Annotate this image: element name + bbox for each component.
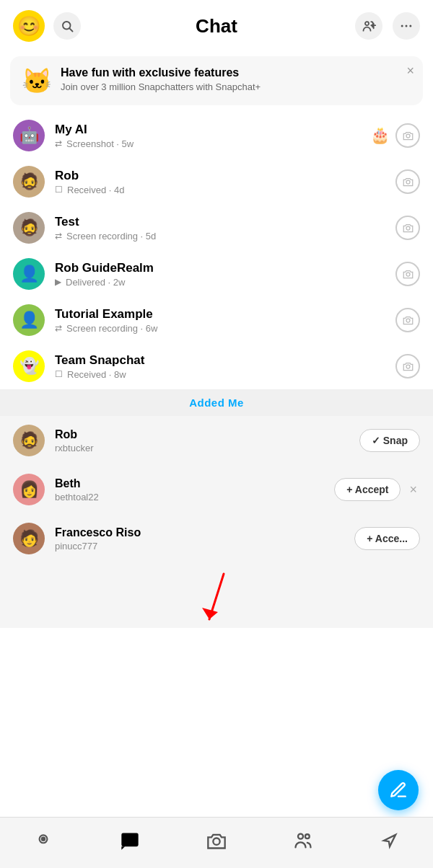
nav-camera[interactable] bbox=[199, 826, 234, 855]
chat-item-tutorial[interactable]: 👤 Tutorial Example ⇄ Screen recording · … bbox=[0, 297, 433, 343]
svg-point-5 bbox=[401, 25, 403, 27]
chat-right-rob bbox=[395, 169, 420, 194]
chat-sub-text: Received · 8w bbox=[67, 369, 126, 380]
chat-sub-text: Screenshot · 5w bbox=[66, 138, 134, 149]
compose-fab[interactable] bbox=[378, 770, 419, 810]
chat-item-rob-guiderealm[interactable]: 👤 Rob GuideRealm ▶ Delivered · 2w bbox=[0, 251, 433, 297]
chat-right-tutorial bbox=[395, 308, 420, 332]
chat-name: Test bbox=[55, 215, 385, 229]
camera-button-my-ai[interactable] bbox=[395, 123, 420, 148]
chat-info-tutorial: Tutorial Example ⇄ Screen recording · 6w bbox=[55, 307, 385, 334]
added-username: pinucc777 bbox=[55, 541, 344, 552]
chat-item-team-snapchat[interactable]: 👻 Team Snapchat ☐ Received · 8w bbox=[0, 343, 433, 389]
avatar-added-rob: 🧔 bbox=[13, 425, 45, 456]
svg-point-13 bbox=[406, 365, 410, 368]
nav-discover[interactable] bbox=[372, 826, 407, 855]
added-username: bethtoal22 bbox=[55, 492, 324, 502]
nav-map[interactable] bbox=[26, 826, 61, 855]
svg-point-2 bbox=[365, 22, 369, 25]
chat-sub-text: Screen recording · 6w bbox=[66, 323, 157, 334]
arrow-container bbox=[0, 563, 433, 628]
camera-button-rob[interactable] bbox=[395, 169, 420, 194]
chat-sub-icon: ▶ bbox=[55, 277, 61, 287]
added-item-rob[interactable]: 🧔 Rob rxbtucker ✓ Snap bbox=[0, 416, 433, 465]
chat-name: Rob GuideRealm bbox=[55, 261, 385, 275]
added-section: 🧔 Rob rxbtucker ✓ Snap 👩 Beth bethtoal22… bbox=[0, 416, 433, 563]
camera-button-rob-guiderealm[interactable] bbox=[395, 262, 420, 286]
more-button[interactable] bbox=[393, 12, 420, 40]
red-arrow bbox=[195, 570, 238, 628]
avatar-rob: 🧔 bbox=[13, 166, 45, 198]
compose-icon bbox=[389, 781, 408, 800]
discover-icon bbox=[380, 831, 400, 851]
avatar-rob-guiderealm: 👤 bbox=[13, 258, 45, 290]
chat-sub: ▶ Delivered · 2w bbox=[55, 277, 385, 288]
chat-name: My AI bbox=[55, 123, 360, 137]
nav-chat[interactable] bbox=[113, 826, 147, 855]
added-actions-rob: ✓ Snap bbox=[359, 429, 420, 452]
svg-point-10 bbox=[406, 226, 410, 230]
added-name: Beth bbox=[55, 477, 324, 490]
chat-item-rob[interactable]: 🧔 Rob ☐ Received · 4d bbox=[0, 159, 433, 205]
added-actions-francesco: + Acce... bbox=[354, 527, 420, 550]
promo-subtitle: Join over 3 million Snapchatters with Sn… bbox=[61, 81, 261, 92]
chat-item-my-ai[interactable]: 🤖 My AI ⇄ Screenshot · 5w 🎂 bbox=[0, 112, 433, 159]
chat-info-rob-guiderealm: Rob GuideRealm ▶ Delivered · 2w bbox=[55, 261, 385, 288]
dismiss-button-beth[interactable]: × bbox=[406, 479, 420, 500]
added-username: rxbtucker bbox=[55, 443, 349, 453]
add-friend-button[interactable] bbox=[355, 12, 382, 40]
promo-close-button[interactable]: × bbox=[406, 63, 414, 79]
svg-point-12 bbox=[406, 319, 410, 322]
map-icon bbox=[34, 831, 53, 850]
chat-name: Tutorial Example bbox=[55, 307, 385, 322]
svg-point-11 bbox=[406, 273, 410, 276]
svg-point-20 bbox=[213, 838, 219, 845]
added-item-beth[interactable]: 👩 Beth bethtoal22 + Accept × bbox=[0, 465, 433, 514]
camera-button-tutorial[interactable] bbox=[395, 308, 420, 332]
camera-button-test[interactable] bbox=[395, 216, 420, 240]
search-button[interactable] bbox=[53, 12, 81, 40]
added-name: Francesco Riso bbox=[55, 526, 344, 539]
add-friend-icon bbox=[362, 19, 376, 33]
header: 😊 Chat bbox=[0, 0, 433, 52]
chat-sub: ⇄ Screenshot · 5w bbox=[55, 138, 360, 149]
camera-icon bbox=[403, 223, 414, 234]
chat-sub-icon: ⇄ bbox=[55, 231, 62, 241]
svg-rect-18 bbox=[121, 833, 138, 847]
chat-name: Team Snapchat bbox=[55, 353, 385, 368]
bottom-nav bbox=[0, 817, 433, 868]
user-avatar[interactable]: 😊 bbox=[13, 10, 45, 42]
camera-icon bbox=[403, 315, 414, 326]
svg-marker-15 bbox=[202, 608, 218, 619]
chat-icon bbox=[120, 831, 140, 851]
avatar-tutorial: 👤 bbox=[13, 304, 45, 336]
chat-list: 🤖 My AI ⇄ Screenshot · 5w 🎂 🧔 Rob ☐ Rece… bbox=[0, 112, 433, 389]
chat-right-rob-guiderealm bbox=[395, 262, 420, 286]
chat-sub: ☐ Received · 8w bbox=[55, 369, 385, 380]
accept-button-beth[interactable]: + Accept bbox=[334, 478, 401, 501]
camera-button-team-snapchat[interactable] bbox=[395, 354, 420, 378]
camera-icon bbox=[403, 130, 414, 141]
added-me-divider: Added Me bbox=[0, 389, 433, 416]
added-info-francesco: Francesco Riso pinucc777 bbox=[55, 526, 344, 552]
camera-icon bbox=[403, 361, 414, 372]
svg-point-8 bbox=[406, 134, 410, 138]
accept-button-francesco[interactable]: + Acce... bbox=[354, 527, 420, 550]
chat-info-my-ai: My AI ⇄ Screenshot · 5w bbox=[55, 123, 360, 149]
added-item-francesco[interactable]: 🧑 Francesco Riso pinucc777 + Acce... bbox=[0, 514, 433, 563]
chat-item-test[interactable]: 🧔 Test ⇄ Screen recording · 5d bbox=[0, 205, 433, 251]
chat-emoji: 🎂 bbox=[370, 126, 390, 145]
chat-sub-text: Received · 4d bbox=[67, 185, 125, 195]
avatar-test: 🧔 bbox=[13, 212, 45, 244]
camera-nav-icon bbox=[206, 831, 227, 851]
snap-button[interactable]: ✓ Snap bbox=[359, 429, 420, 452]
svg-point-22 bbox=[305, 834, 310, 838]
chat-right-my-ai: 🎂 bbox=[370, 123, 420, 148]
added-name: Rob bbox=[55, 428, 349, 441]
chat-sub: ☐ Received · 4d bbox=[55, 185, 385, 195]
svg-point-6 bbox=[406, 25, 408, 27]
nav-friends[interactable] bbox=[286, 826, 320, 855]
added-actions-beth: + Accept × bbox=[334, 478, 420, 501]
promo-banner: 🐱 Have fun with exclusive features Join … bbox=[10, 56, 423, 105]
added-info-rob: Rob rxbtucker bbox=[55, 428, 349, 453]
